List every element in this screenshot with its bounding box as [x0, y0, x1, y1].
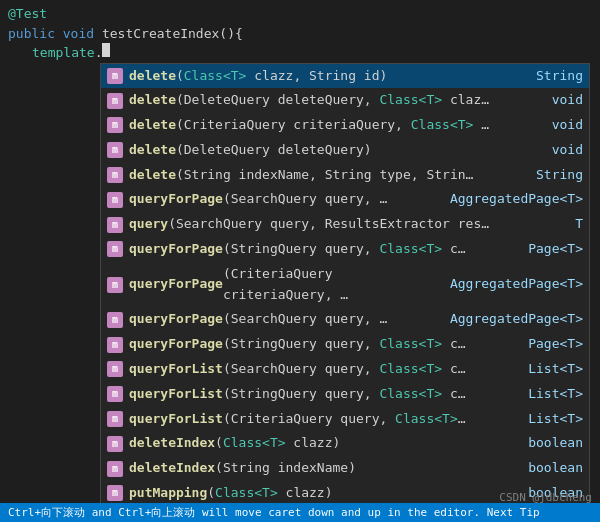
- method-name: delete: [129, 66, 176, 87]
- method-icon: m: [107, 277, 123, 293]
- method-name: queryForPage: [129, 239, 223, 260]
- return-type: T: [565, 214, 583, 235]
- method-icon: m: [107, 411, 123, 427]
- return-type: Page<T>: [518, 334, 583, 355]
- dropdown-item[interactable]: mqueryForPage(StringQuery query, Class<T…: [101, 237, 589, 262]
- plain: testCreateIndex(){: [102, 24, 243, 44]
- return-type: void: [542, 140, 583, 161]
- return-type: List<T>: [518, 384, 583, 405]
- method-name: queryForList: [129, 384, 223, 405]
- method-params: (SearchQuery query, ResultsExtractor res…: [168, 214, 489, 235]
- code-line: public void testCreateIndex(){: [0, 24, 600, 44]
- keyword: public: [8, 24, 63, 44]
- method-icon: m: [107, 436, 123, 452]
- method-params: (SearchQuery query, Class<T> c…: [223, 359, 466, 380]
- return-type: List<T>: [518, 409, 583, 430]
- method-icon: m: [107, 485, 123, 501]
- method-name: delete: [129, 90, 176, 111]
- method-icon: m: [107, 361, 123, 377]
- method-name: deleteIndex: [129, 433, 215, 454]
- return-type: AggregatedPage<T>: [440, 189, 583, 210]
- return-type: boolean: [518, 458, 583, 479]
- method-name: queryForPage: [129, 334, 223, 355]
- method-icon: m: [107, 93, 123, 109]
- method-params: (DeleteQuery deleteQuery): [176, 140, 372, 161]
- autocomplete-dropdown: mdelete(Class<T> clazz, String id)String…: [100, 63, 590, 523]
- method-icon: m: [107, 312, 123, 328]
- method-params: (DeleteQuery deleteQuery, Class<T> claz…: [176, 90, 489, 111]
- dropdown-item[interactable]: mqueryForPage(SearchQuery query, …Aggreg…: [101, 187, 589, 212]
- method-icon: m: [107, 192, 123, 208]
- method-params: (CriteriaQuery criteriaQuery, …: [223, 264, 440, 306]
- method-icon: m: [107, 68, 123, 84]
- return-type: void: [542, 90, 583, 111]
- dropdown-item[interactable]: mdeleteIndex(Class<T> clazz)boolean: [101, 431, 589, 456]
- method-params: (SearchQuery query, …: [223, 189, 387, 210]
- method-name: queryForList: [129, 409, 223, 430]
- return-type: void: [542, 115, 583, 136]
- code-editor: @Test public void testCreateIndex(){ tem…: [0, 0, 600, 522]
- dropdown-item[interactable]: mdelete(String indexName, String type, S…: [101, 163, 589, 188]
- method-icon: m: [107, 217, 123, 233]
- method-name: delete: [129, 140, 176, 161]
- status-bar: Ctrl+向下滚动 and Ctrl+向上滚动 will move caret …: [0, 503, 600, 522]
- dropdown-item[interactable]: mqueryForPage(SearchQuery query, …Aggreg…: [101, 307, 589, 332]
- method-icon: m: [107, 167, 123, 183]
- method-name: queryForPage: [129, 309, 223, 330]
- method-name: delete: [129, 115, 176, 136]
- method-name: queryForPage: [129, 189, 223, 210]
- method-params: (CriteriaQuery query, Class<T>…: [223, 409, 466, 430]
- method-params: (StringQuery query, Class<T> c…: [223, 384, 466, 405]
- dropdown-item[interactable]: mqueryForPage(CriteriaQuery criteriaQuer…: [101, 262, 589, 308]
- code-line: template .: [0, 43, 600, 63]
- dropdown-item[interactable]: mqueryForPage(StringQuery query, Class<T…: [101, 332, 589, 357]
- annotation: @Test: [8, 4, 47, 24]
- method-params: (StringQuery query, Class<T> c…: [223, 239, 466, 260]
- return-type: AggregatedPage<T>: [440, 274, 583, 295]
- method-icon: m: [107, 386, 123, 402]
- method-params: (Class<T> clazz, String id): [176, 66, 387, 87]
- method-name: queryForList: [129, 359, 223, 380]
- method-name: delete: [129, 165, 176, 186]
- method-icon: m: [107, 461, 123, 477]
- dropdown-item[interactable]: mqueryForList(SearchQuery query, Class<T…: [101, 357, 589, 382]
- method-name: query: [129, 214, 168, 235]
- method-name: putMapping: [129, 483, 207, 504]
- dropdown-item[interactable]: mqueryForList(CriteriaQuery query, Class…: [101, 407, 589, 432]
- method-params: (CriteriaQuery criteriaQuery, Class<T> …: [176, 115, 489, 136]
- return-type: Page<T>: [518, 239, 583, 260]
- method-icon: m: [107, 241, 123, 257]
- method-icon: m: [107, 117, 123, 133]
- dropdown-item[interactable]: mdelete(Class<T> clazz, String id)String: [101, 64, 589, 89]
- method-params: (Class<T> clazz): [215, 433, 340, 454]
- method-params: (StringQuery query, Class<T> c…: [223, 334, 466, 355]
- return-type: String: [526, 165, 583, 186]
- dropdown-item[interactable]: mquery(SearchQuery query, ResultsExtract…: [101, 212, 589, 237]
- return-type: String: [526, 66, 583, 87]
- method-icon: m: [107, 142, 123, 158]
- method-icon: m: [107, 337, 123, 353]
- dropdown-item[interactable]: mqueryForList(StringQuery query, Class<T…: [101, 382, 589, 407]
- dropdown-item[interactable]: mdeleteIndex(String indexName)boolean: [101, 456, 589, 481]
- dropdown-item[interactable]: mdelete(CriteriaQuery criteriaQuery, Cla…: [101, 113, 589, 138]
- method-name: queryForPage: [129, 274, 223, 295]
- keyword: void: [63, 24, 102, 44]
- return-type: boolean: [518, 433, 583, 454]
- dropdown-item[interactable]: mdelete(DeleteQuery deleteQuery, Class<T…: [101, 88, 589, 113]
- code-line: @Test: [0, 4, 600, 24]
- method-params: (String indexName, String type, Strin…: [176, 165, 473, 186]
- template-keyword: template: [32, 43, 95, 63]
- return-type: AggregatedPage<T>: [440, 309, 583, 330]
- dropdown-item[interactable]: mdelete(DeleteQuery deleteQuery)void: [101, 138, 589, 163]
- method-params: (String indexName): [215, 458, 356, 479]
- method-name: deleteIndex: [129, 458, 215, 479]
- method-params: (SearchQuery query, …: [223, 309, 387, 330]
- method-params: (Class<T> clazz): [207, 483, 332, 504]
- return-type: List<T>: [518, 359, 583, 380]
